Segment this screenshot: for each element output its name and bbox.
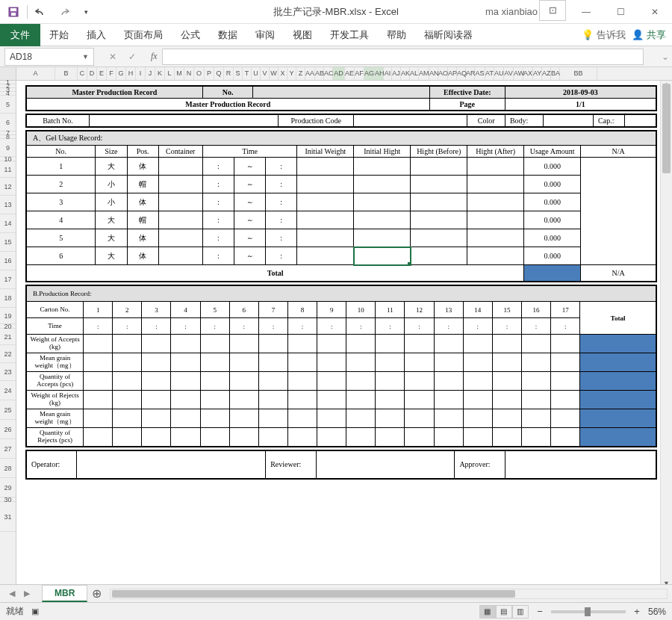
table-cell[interactable]: 10 [346, 302, 376, 318]
table-cell[interactable] [467, 158, 524, 176]
row-header[interactable]: 31 [0, 502, 16, 532]
table-cell[interactable] [467, 211, 524, 229]
save-button[interactable] [3, 3, 24, 21]
column-header[interactable]: M [175, 67, 184, 80]
column-header[interactable]: V [261, 67, 270, 80]
table-cell[interactable] [142, 428, 171, 447]
column-header[interactable]: AP [448, 67, 457, 80]
table-cell[interactable]: ～ [234, 211, 265, 229]
table-cell[interactable] [354, 176, 411, 193]
table-cell[interactable] [158, 229, 202, 247]
table-cell[interactable]: : [113, 318, 142, 335]
table-cell[interactable] [113, 391, 142, 409]
table-cell[interactable] [317, 335, 346, 353]
worksheet-content[interactable]: Master Production Record No. Effective D… [16, 81, 672, 592]
column-header[interactable]: X [279, 67, 287, 80]
table-cell[interactable] [171, 353, 200, 372]
column-header[interactable]: E [97, 67, 107, 80]
ribbon-display-options[interactable]: ⊡ [539, 0, 566, 21]
table-cell[interactable] [376, 372, 405, 391]
table-cell[interactable] [346, 428, 376, 447]
row-header[interactable]: 9 [0, 139, 16, 157]
column-header[interactable]: Z [296, 67, 305, 80]
table-cell[interactable] [551, 391, 580, 409]
table-cell[interactable] [287, 428, 317, 447]
table-cell[interactable] [521, 428, 550, 447]
table-cell[interactable] [297, 193, 354, 211]
row-header[interactable]: 5 [0, 96, 16, 114]
table-cell[interactable]: : [266, 158, 297, 176]
total-cell[interactable] [580, 391, 656, 409]
table-cell[interactable] [434, 391, 463, 409]
row-header[interactable]: 26 [0, 420, 16, 439]
file-tab[interactable]: 文件 [0, 24, 40, 46]
table-cell[interactable] [142, 353, 171, 372]
table-cell[interactable] [434, 409, 463, 428]
table-cell[interactable] [551, 409, 580, 428]
table-cell[interactable] [376, 428, 405, 447]
table-cell[interactable] [200, 428, 229, 447]
table-cell[interactable] [171, 428, 200, 447]
row-header[interactable]: 21 [0, 329, 16, 345]
table-cell[interactable]: 体 [127, 158, 158, 176]
row-header[interactable]: 22 [0, 345, 16, 363]
row-header[interactable]: 19 [0, 308, 16, 324]
add-sheet-button[interactable]: ⊕ [87, 586, 105, 601]
table-cell[interactable] [200, 335, 229, 353]
ribbon-tab-insert[interactable]: 插入 [78, 24, 115, 46]
column-header[interactable]: AZ [542, 67, 551, 80]
table-cell[interactable] [411, 193, 467, 211]
table-cell[interactable]: 6 [229, 302, 258, 318]
undo-button[interactable] [31, 3, 52, 21]
expand-formula-bar[interactable]: ⌄ [659, 52, 672, 62]
table-cell[interactable] [258, 391, 287, 409]
table-cell[interactable] [463, 353, 492, 372]
table-cell[interactable]: 0.000 [524, 158, 581, 176]
column-header[interactable]: W [270, 67, 279, 80]
total-cell[interactable] [580, 335, 656, 353]
table-cell[interactable] [434, 335, 463, 353]
table-cell[interactable]: 大 [96, 211, 127, 229]
table-cell[interactable] [346, 409, 376, 428]
total-cell[interactable] [580, 353, 656, 372]
table-cell[interactable] [463, 372, 492, 391]
table-cell[interactable]: 帽 [127, 211, 158, 229]
table-cell[interactable] [434, 353, 463, 372]
table-cell[interactable] [521, 409, 550, 428]
table-cell[interactable] [405, 353, 434, 372]
table-cell[interactable]: : [171, 318, 200, 335]
table-cell[interactable]: 17 [551, 302, 580, 318]
ribbon-tab-help[interactable]: 帮助 [378, 24, 415, 46]
table-cell[interactable] [467, 247, 524, 265]
table-cell[interactable] [463, 335, 492, 353]
table-cell[interactable]: : [434, 318, 463, 335]
column-header[interactable]: AF [355, 67, 364, 80]
column-header[interactable]: AN [429, 67, 438, 80]
table-cell[interactable]: : [346, 318, 376, 335]
column-header[interactable]: AH [375, 67, 384, 80]
table-cell[interactable]: 体 [127, 247, 158, 265]
table-cell[interactable]: 体 [127, 193, 158, 211]
column-header[interactable]: U [252, 67, 261, 80]
table-cell[interactable] [354, 193, 411, 211]
table-cell[interactable]: ～ [234, 158, 265, 176]
table-cell[interactable]: 小 [96, 193, 127, 211]
table-cell[interactable] [405, 428, 434, 447]
table-cell[interactable] [521, 391, 550, 409]
column-header[interactable]: AR [466, 67, 475, 80]
page-break-view-button[interactable]: ▥ [512, 605, 529, 619]
ribbon-tab-pagelayout[interactable]: 页面布局 [115, 24, 172, 46]
table-cell[interactable] [171, 391, 200, 409]
column-header[interactable]: AO [438, 67, 448, 80]
row-header[interactable]: 25 [0, 400, 16, 420]
column-header[interactable]: AA [305, 67, 315, 80]
table-cell[interactable] [434, 428, 463, 447]
ribbon-tab-developer[interactable]: 开发工具 [321, 24, 378, 46]
table-cell[interactable] [84, 391, 113, 409]
table-cell[interactable] [297, 229, 354, 247]
table-cell[interactable] [411, 158, 467, 176]
total-cell[interactable] [580, 409, 656, 428]
column-header[interactable]: AK [401, 67, 410, 80]
table-cell[interactable] [354, 247, 411, 265]
row-header[interactable]: 12 [0, 178, 16, 196]
